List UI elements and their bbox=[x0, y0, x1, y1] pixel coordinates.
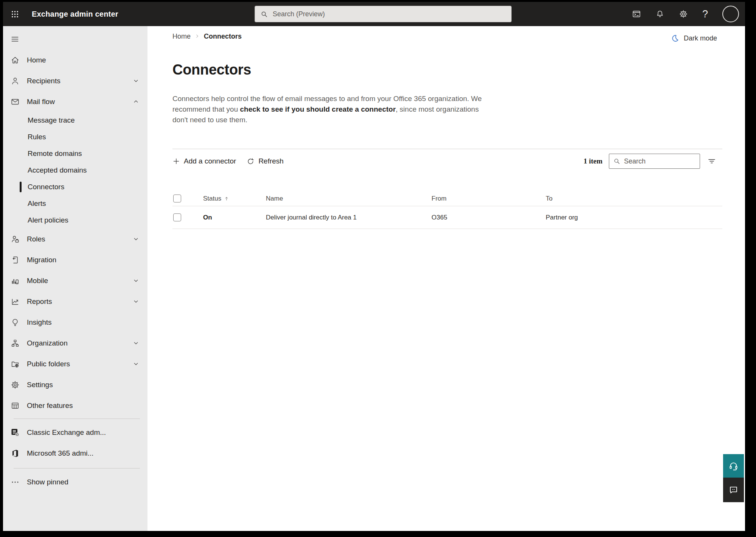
sidebar-item-roles[interactable]: Roles bbox=[3, 229, 147, 249]
sidebar-item-other-features[interactable]: Other features bbox=[3, 395, 147, 416]
sidebar-item-label: Microsoft 365 admi... bbox=[27, 449, 93, 458]
sidebar-item-label: Recipients bbox=[27, 77, 61, 85]
global-search-input[interactable] bbox=[273, 10, 506, 18]
dark-mode-label: Dark mode bbox=[684, 34, 717, 42]
sidebar-item-accepted-domains[interactable]: Accepted domains bbox=[3, 162, 147, 179]
refresh-label: Refresh bbox=[258, 157, 284, 165]
feedback-button[interactable] bbox=[723, 478, 744, 502]
sidebar-item-label: Roles bbox=[27, 235, 45, 243]
cell-status: On bbox=[203, 214, 266, 221]
help-button[interactable]: ? bbox=[702, 8, 708, 20]
toolbar-right: 1 item bbox=[584, 154, 722, 169]
sidebar-item-mail-flow[interactable]: Mail flow bbox=[3, 91, 147, 112]
sidebar-item-label: Connectors bbox=[28, 183, 64, 191]
table-header-row: Status Name From To bbox=[172, 191, 722, 206]
page-title: Connectors bbox=[172, 62, 251, 78]
filter-button[interactable] bbox=[707, 157, 716, 166]
sidebar-item-classic-exchange-admin[interactable]: Classic Exchange adm... bbox=[3, 422, 147, 443]
create-connector-check-link[interactable]: check to see if you should create a conn… bbox=[240, 105, 396, 113]
sidebar-item-label: Home bbox=[27, 56, 46, 64]
nav-collapse-button[interactable] bbox=[3, 31, 147, 47]
sidebar-item-label: Accepted domains bbox=[28, 166, 87, 174]
column-header-name[interactable]: Name bbox=[266, 195, 432, 202]
table-grid-icon bbox=[11, 401, 20, 410]
left-nav: Home Recipients Mail flow Message trace bbox=[3, 26, 147, 531]
document-arrow-icon bbox=[11, 255, 20, 265]
sidebar-item-public-folders[interactable]: Public folders bbox=[3, 353, 147, 374]
cell-from: O365 bbox=[432, 214, 546, 221]
list-toolbar: Add a connector Refresh 1 item bbox=[172, 153, 722, 170]
folder-globe-icon bbox=[11, 360, 20, 369]
search-icon bbox=[613, 157, 621, 165]
lightbulb-icon bbox=[11, 318, 20, 327]
main-content: Home Connectors Dark mode Connectors Con… bbox=[147, 26, 745, 531]
ellipsis-icon bbox=[11, 478, 20, 487]
list-search-input[interactable] bbox=[624, 157, 696, 165]
sidebar-item-settings[interactable]: Settings bbox=[3, 374, 147, 395]
breadcrumb-current: Connectors bbox=[204, 33, 242, 40]
sidebar-item-remote-domains[interactable]: Remote domains bbox=[3, 145, 147, 162]
settings-button[interactable] bbox=[679, 9, 688, 19]
sidebar-item-label: Alerts bbox=[28, 199, 46, 208]
sidebar-item-label: Message trace bbox=[28, 116, 75, 125]
global-search-box[interactable] bbox=[255, 6, 512, 22]
sidebar-item-label: Settings bbox=[27, 381, 53, 389]
support-button[interactable] bbox=[723, 454, 744, 478]
add-connector-button[interactable]: Add a connector bbox=[172, 157, 236, 165]
chat-bubble-icon bbox=[728, 485, 739, 495]
list-search-box[interactable] bbox=[609, 154, 700, 169]
powershell-button[interactable] bbox=[632, 9, 641, 19]
hamburger-icon bbox=[11, 35, 19, 44]
sidebar-item-rules[interactable]: Rules bbox=[3, 129, 147, 145]
sidebar-item-show-pinned[interactable]: Show pinned bbox=[3, 472, 147, 492]
chevron-down-icon bbox=[133, 361, 139, 367]
sidebar-item-alert-policies[interactable]: Alert policies bbox=[3, 212, 147, 229]
row-checkbox-cell bbox=[172, 213, 203, 221]
sidebar-item-label: Alert policies bbox=[28, 216, 68, 224]
chevron-down-icon bbox=[133, 298, 139, 305]
account-avatar[interactable] bbox=[722, 6, 739, 22]
chevron-down-icon bbox=[133, 236, 139, 242]
chevron-right-icon bbox=[195, 33, 200, 40]
column-header-label: Status bbox=[203, 195, 221, 202]
refresh-icon bbox=[247, 157, 255, 165]
sidebar-item-organization[interactable]: Organization bbox=[3, 333, 147, 353]
sidebar-item-connectors[interactable]: Connectors bbox=[3, 179, 147, 195]
header-checkbox-cell bbox=[172, 195, 203, 202]
add-connector-label: Add a connector bbox=[184, 157, 236, 165]
sidebar-item-label: Insights bbox=[27, 318, 51, 327]
sidebar-item-message-trace[interactable]: Message trace bbox=[3, 112, 147, 129]
app-launcher-button[interactable] bbox=[3, 2, 26, 26]
column-header-status[interactable]: Status bbox=[203, 195, 266, 202]
dark-mode-toggle[interactable]: Dark mode bbox=[671, 34, 717, 43]
table-row[interactable]: On Deliver journal directly to Area 1 O3… bbox=[172, 206, 722, 229]
sidebar-item-insights[interactable]: Insights bbox=[3, 312, 147, 333]
connectors-table: Status Name From To On Deliver journal d… bbox=[172, 191, 722, 229]
headset-icon bbox=[728, 461, 739, 471]
select-all-checkbox[interactable] bbox=[173, 195, 181, 202]
plus-icon bbox=[172, 157, 180, 165]
column-header-to[interactable]: To bbox=[546, 195, 722, 202]
sidebar-item-alerts[interactable]: Alerts bbox=[3, 195, 147, 212]
row-checkbox[interactable] bbox=[173, 213, 181, 221]
refresh-button[interactable]: Refresh bbox=[247, 157, 284, 165]
sidebar-item-microsoft-365-admin[interactable]: Microsoft 365 admi... bbox=[3, 443, 147, 464]
sidebar-item-label: Rules bbox=[28, 133, 46, 141]
mail-icon bbox=[11, 97, 20, 106]
search-icon bbox=[260, 10, 268, 18]
column-header-from[interactable]: From bbox=[432, 195, 546, 202]
sidebar-item-label: Other features bbox=[27, 402, 73, 410]
notifications-button[interactable] bbox=[655, 9, 664, 19]
device-bars-icon bbox=[11, 276, 20, 285]
chevron-up-icon bbox=[133, 98, 139, 105]
sidebar-item-label: Public folders bbox=[27, 360, 70, 368]
powershell-console-icon bbox=[632, 9, 641, 19]
sidebar-item-reports[interactable]: Reports bbox=[3, 291, 147, 312]
help-icon: ? bbox=[702, 8, 708, 20]
sidebar-item-label: Show pinned bbox=[27, 478, 68, 486]
sidebar-item-home[interactable]: Home bbox=[3, 50, 147, 70]
sidebar-item-recipients[interactable]: Recipients bbox=[3, 70, 147, 91]
sidebar-item-migration[interactable]: Migration bbox=[3, 249, 147, 270]
breadcrumb-home-link[interactable]: Home bbox=[172, 33, 191, 40]
sidebar-item-mobile[interactable]: Mobile bbox=[3, 270, 147, 291]
